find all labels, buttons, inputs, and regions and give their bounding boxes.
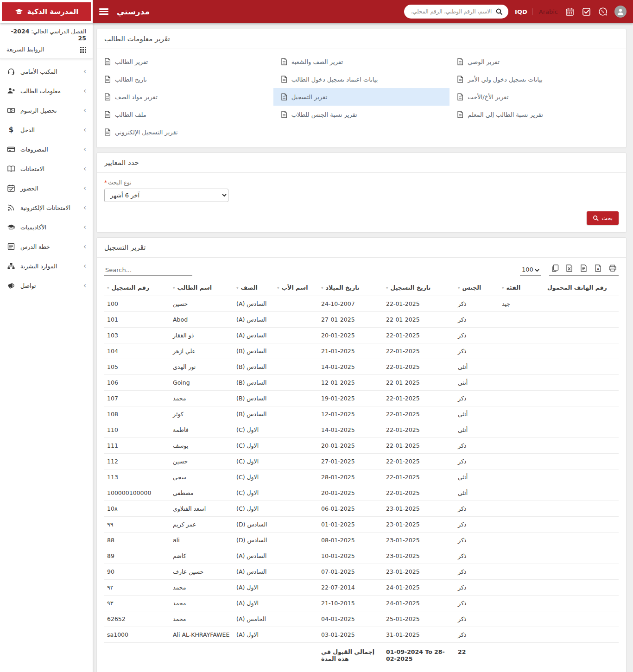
cell-date-of-birth: 20-01-2025 (318, 328, 383, 343)
tasks-icon[interactable] (581, 6, 591, 17)
calendar-icon[interactable] (564, 6, 575, 17)
cell-father-name (274, 391, 318, 406)
column-header[interactable]: ▾الصف (234, 280, 274, 296)
pdf-icon[interactable]: A (594, 264, 602, 272)
quick-links-row[interactable]: الروابط السريعة (6, 46, 86, 53)
report-link-label: بيانات تسجيل دخول ولي الأمر (468, 76, 542, 83)
report-link[interactable]: ملف الطالب (97, 106, 273, 123)
cell-student-name[interactable]: Ali AL-KHRAYFAWEE (170, 627, 234, 643)
sidebar-item[interactable]: الموارد البشرية‹ (0, 256, 93, 276)
report-link[interactable]: بيانات تسجيل دخول ولي الأمر (449, 70, 626, 88)
cell-mobile (544, 533, 619, 548)
table-row: ٩٩عمر كريمالسادس (D)01-01-202523-01-2025… (104, 517, 619, 533)
cell-student-name[interactable]: Abod (170, 312, 234, 328)
table-row: 106Goingالسادس (B)12-01-202522-01-2025أن… (104, 375, 619, 391)
search-type-select[interactable]: آخر 6 أشهر (104, 189, 228, 202)
cell-student-name[interactable]: كوثر (170, 406, 234, 422)
cell-student-name[interactable]: Going (170, 375, 234, 391)
hamburger-menu-icon[interactable] (99, 8, 108, 15)
column-header[interactable]: ▾اسم الأب (274, 280, 318, 296)
sidebar-item[interactable]: الحضور‹ (0, 178, 93, 198)
column-header[interactable]: ▾الفئة (499, 280, 544, 296)
csv-icon[interactable] (580, 264, 588, 272)
report-link-active[interactable]: تقرير التسجيل (273, 88, 450, 106)
cell-student-name[interactable]: حسين (170, 296, 234, 312)
table-row: 101Abodالسادس (A)27-01-202522-01-2025ذكر (104, 312, 619, 328)
report-link[interactable]: تقرير الأخ/الأخت (449, 88, 626, 106)
sidebar-item[interactable]: معلومات الطالب‹ (0, 81, 93, 101)
cell-mobile (544, 438, 619, 454)
cell-student-name[interactable]: علي ازهر (170, 343, 234, 359)
copy-icon[interactable] (551, 264, 559, 272)
cell-student-name[interactable]: ali (170, 533, 234, 548)
column-header[interactable]: ▾الجنس (455, 280, 499, 296)
global-search-input[interactable] (410, 8, 492, 15)
sidebar-item[interactable]: $الدخل‹ (0, 120, 93, 139)
column-header[interactable]: ▾اسم الطالب (170, 280, 234, 296)
column-header[interactable]: ▾رقم التسجيل (104, 280, 170, 296)
cell-student-name[interactable]: محمد (170, 391, 234, 406)
cell-father-name (274, 580, 318, 596)
cell-student-name[interactable]: سجى (170, 469, 234, 485)
report-link[interactable]: تقرير الصف والشعبة (273, 53, 450, 70)
user-avatar[interactable] (614, 6, 627, 18)
cell-admission-date: 22-01-2025 (383, 312, 455, 328)
column-header[interactable]: ▾تاريخ الميلاد (318, 280, 383, 296)
excel-icon[interactable] (565, 264, 573, 272)
cell-student-name[interactable]: نور الهدى (170, 359, 234, 375)
cell-gender: أنثى (455, 406, 499, 422)
report-link[interactable]: تقرير الطالب (97, 53, 273, 70)
search-icon[interactable] (495, 8, 503, 15)
cell-date-of-birth: 08-01-2025 (318, 533, 383, 548)
cell-student-name[interactable]: محمد (170, 611, 234, 627)
report-link[interactable]: تقرير مواد الصف (97, 88, 273, 106)
school-logo[interactable]: المدرسة الذكية (2, 2, 91, 21)
column-header[interactable]: ▾تاريخ التسجيل (383, 280, 455, 296)
currency-selector[interactable]: IQD (515, 8, 532, 15)
cell-student-name[interactable]: حسين (170, 454, 234, 469)
cell-category (499, 375, 544, 391)
language-selector[interactable]: Arabic (539, 8, 558, 15)
cell-student-name[interactable]: مصطفى (170, 485, 234, 501)
sidebar-item[interactable]: المكتب الأمامي‹ (0, 62, 93, 81)
report-link-label: تقرير الطالب (115, 58, 148, 65)
table-search-input[interactable] (104, 265, 192, 276)
cell-gender: ذكر (455, 611, 499, 627)
sidebar-item[interactable]: الامتحانات الإلكترونية‹ (0, 198, 93, 217)
search-type-label: *نوع البحث (104, 179, 619, 186)
report-link[interactable]: تقرير التسجيل الإلكتروني (97, 123, 273, 141)
cell-mobile (544, 406, 619, 422)
cell-student-name[interactable]: اسعد الفتلاوي (170, 501, 234, 517)
document-icon (104, 76, 111, 83)
cell-student-name[interactable]: عمر كريم (170, 517, 234, 533)
sidebar-item[interactable]: تحصيل الرسوم‹ (0, 101, 93, 120)
cell-student-name[interactable]: كاضم (170, 548, 234, 564)
cell-student-name[interactable]: حسين عارف (170, 564, 234, 580)
report-link[interactable]: تقرير الوصي (449, 53, 626, 70)
sidebar-item[interactable]: الأكاديميات‹ (0, 217, 93, 237)
sidebar-item[interactable]: المصروفات‹ (0, 139, 93, 159)
search-button[interactable]: بحث (587, 211, 619, 225)
sidebar-item[interactable]: تواصل‹ (0, 276, 93, 295)
document-icon (281, 76, 287, 83)
cell-student-name[interactable]: محمد (170, 596, 234, 611)
print-icon[interactable] (608, 264, 617, 272)
sidebar-item[interactable]: خطة الدرس‹ (0, 237, 93, 256)
grid-icon[interactable] (80, 47, 86, 53)
cell-class: الاول (A) (234, 596, 274, 611)
report-link[interactable]: تاريخ الطالب (97, 70, 273, 88)
summary-empty-cell (170, 643, 234, 669)
whatsapp-icon[interactable] (598, 6, 608, 17)
report-link[interactable]: تقرير نسبة الجنس للطلاب (273, 106, 450, 123)
report-link[interactable]: تقرير نسبة الطالب إلى المعلم (449, 106, 626, 123)
cell-student-name[interactable]: محمد (170, 580, 234, 596)
sidebar-item-label: تحصيل الرسوم (20, 107, 57, 114)
cell-student-name[interactable]: يوسف (170, 438, 234, 454)
cell-mobile (544, 391, 619, 406)
sidebar-item[interactable]: الامتحانات‹ (0, 159, 93, 178)
report-link[interactable]: بيانات اعتماد تسجيل دخول الطالب (273, 70, 450, 88)
cell-student-name[interactable]: ذو الفقار (170, 328, 234, 343)
cell-student-name[interactable]: فاطمة (170, 422, 234, 438)
cell-class: الاول (C) (234, 501, 274, 517)
page-size-select[interactable]: 100 (520, 265, 541, 276)
